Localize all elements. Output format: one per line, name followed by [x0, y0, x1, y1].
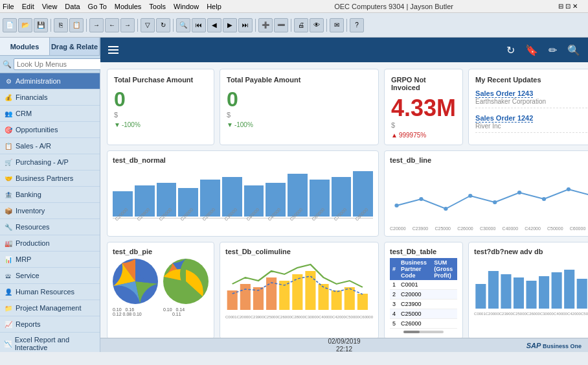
toolbar-refresh[interactable]: ↻ [156, 18, 170, 32]
pie-chart-1: 0.10 0.16 0.12 0.08 0.10 [113, 259, 158, 316]
chart-pie-title: test_db_pie [113, 248, 209, 255]
sidebar-item-excel-report[interactable]: 📉 Excel Report and Interactive [0, 333, 100, 352]
drag-relate-tab[interactable]: Drag & Relate [50, 38, 100, 55]
sidebar-item-production[interactable]: 🏭 Production [0, 235, 100, 252]
toolbar-prev[interactable]: ◀ [207, 18, 221, 32]
chart-adv-card: test?db?new adv db [468, 242, 588, 338]
toolbar-arrow-right[interactable]: → [89, 18, 104, 32]
toolbar-back[interactable]: ← [105, 18, 119, 32]
sidebar-item-financials[interactable]: 💰 Financials [0, 89, 100, 106]
sidebar-item-resources[interactable]: 🔧 Resources [0, 219, 100, 235]
refresh-icon[interactable]: ↻ [506, 44, 515, 56]
col-header-num: # [390, 258, 398, 280]
toolbar-first[interactable]: ⏮ [192, 18, 206, 32]
toolbar-copy[interactable]: ⎘ [54, 18, 68, 32]
sidebar-item-inventory[interactable]: 📦 Inventory [0, 203, 100, 219]
toolbar-next[interactable]: ▶ [223, 18, 237, 32]
table-scrollbar[interactable] [390, 331, 457, 333]
toolbar-forward[interactable]: → [120, 18, 135, 32]
toolbar-last[interactable]: ⏭ [238, 18, 253, 32]
svg-rect-30 [577, 279, 587, 309]
sidebar-items-list: ⚙ Administration 💰 Financials 👥 CRM 🎯 Op… [0, 73, 100, 352]
sidebar-item-human-resources[interactable]: 👤 Human Resources [0, 284, 100, 300]
toolbar-help[interactable]: ? [350, 18, 364, 32]
svg-rect-18 [319, 284, 329, 310]
table-row: 5C26000 [390, 319, 457, 329]
hamburger-icon[interactable] [108, 46, 119, 54]
menu-help[interactable]: Help [207, 3, 221, 10]
toolbar-add[interactable]: ➕ [258, 18, 273, 32]
chart-colimuline-card: test_Db_colimuline [220, 242, 379, 338]
toolbar: 📄 📂 💾 ⎘ 📋 → ← → ▽ ↻ 🔍 ⏮ ◀ ▶ ⏭ ➕ ➖ 🖨 👁 ✉ … [0, 13, 588, 38]
sidebar-item-project-management[interactable]: 📁 Project Management [0, 300, 100, 316]
reports-icon: 📈 [4, 320, 13, 329]
toolbar-remove[interactable]: ➖ [274, 18, 288, 32]
chart-table-card: test_Db_table # Business Partner Code SU… [384, 242, 463, 338]
menu-goto[interactable]: Go To [88, 3, 107, 10]
purchasing-icon: 🛒 [4, 158, 13, 167]
sidebar-item-crm[interactable]: 👥 CRM [0, 106, 100, 122]
banking-icon: 🏦 [4, 190, 13, 199]
adv-bar-svg [474, 258, 588, 310]
menu-view[interactable]: View [42, 3, 58, 10]
toolbar-print[interactable]: 🖨 [294, 18, 308, 32]
kpi-grpo-value: 4.33M [391, 97, 456, 120]
chart-colimuline-title: test_Db_colimuline [225, 248, 373, 255]
search-input[interactable] [14, 58, 109, 70]
toolbar-filter[interactable]: ▽ [141, 18, 155, 32]
sidebar-item-mrp[interactable]: 📊 MRP [0, 252, 100, 268]
trend-down-icon: ▼ [114, 121, 120, 128]
sidebar-item-banking[interactable]: 🏦 Banking [0, 187, 100, 203]
sidebar-item-sales-ar[interactable]: 📋 Sales - A/R [0, 138, 100, 154]
toolbar-new[interactable]: 📄 [3, 18, 17, 32]
kpi-grpo-change: ▲ 999975% [391, 132, 456, 139]
menu-window[interactable]: Window [174, 3, 199, 10]
edit-icon[interactable]: ✏ [548, 44, 557, 56]
sidebar-item-administration[interactable]: ⚙ Administration [0, 73, 100, 89]
toolbar-save[interactable]: 💾 [34, 18, 48, 32]
content-area: ↻ 🔖 ✏ 🔍 Total Purchase Amount 0 $ ▼ -100… [100, 38, 588, 352]
menu-file[interactable]: File [3, 3, 14, 10]
menu-edit[interactable]: Edit [22, 3, 34, 10]
kpi-purchase-value: 0 [114, 89, 207, 110]
sidebar-item-service[interactable]: 🛎 Service [0, 268, 100, 284]
menu-data[interactable]: Data [65, 3, 80, 10]
recent-item-1: Sales Order 1243 Earthshaker Corporation [475, 89, 588, 108]
toolbar-open[interactable]: 📂 [18, 18, 32, 32]
svg-rect-21 [357, 294, 368, 310]
window-controls[interactable]: ⊟ ⊡ ✕ [558, 3, 578, 10]
menu-tools[interactable]: Tools [149, 3, 166, 10]
svg-point-1 [419, 197, 423, 201]
bookmark-icon[interactable]: 🔖 [525, 44, 538, 56]
toolbar-paste[interactable]: 📋 [69, 18, 84, 32]
sidebar-item-reports[interactable]: 📈 Reports [0, 316, 100, 333]
toolbar-find[interactable]: 🔍 [176, 18, 190, 32]
sidebar-item-purchasing-ap[interactable]: 🛒 Purchasing - A/P [0, 154, 100, 171]
sales-order-1243-link[interactable]: Sales Order 1243 [475, 89, 533, 98]
recent-updates-card: My Recent Updates Sales Order 1243 Earth… [468, 69, 588, 145]
search-icon[interactable]: 🔍 [567, 44, 580, 56]
hr-icon: 👤 [4, 287, 13, 296]
sidebar-item-opportunities[interactable]: 🎯 Opportunities [0, 122, 100, 138]
svg-rect-29 [564, 270, 574, 309]
toolbar-email[interactable]: ✉ [330, 18, 344, 32]
administration-icon: ⚙ [4, 77, 13, 86]
sidebar-item-business-partners[interactable]: 🤝 Business Partners [0, 171, 100, 187]
col-header-bp: Business Partner Code [398, 258, 431, 280]
modules-tab[interactable]: Modules [0, 38, 50, 55]
table-row: 1C0001 [390, 280, 457, 290]
financials-icon: 💰 [4, 93, 13, 102]
data-table: # Business Partner Code SUM (Gross Profi… [390, 258, 457, 329]
pie-chart-2: 0.10 0.14 0.11 [163, 259, 209, 316]
dashboard: Total Purchase Amount 0 $ ▼ -100% Total … [100, 62, 588, 338]
kpi-payable-change: ▼ -100% [227, 121, 372, 128]
sales-order-1242-link[interactable]: Sales Order 1242 [475, 114, 533, 123]
toolbar-preview[interactable]: 👁 [310, 18, 324, 32]
adv-chart-labels: C0001C20000C23900C25000C26000 C30000C400… [474, 312, 588, 316]
chart-normal-card: test_db_normal C20000C23900C25000C26000C… [107, 150, 379, 237]
svg-rect-22 [475, 284, 486, 309]
menu-modules[interactable]: Modules [115, 3, 142, 10]
svg-point-7 [567, 187, 571, 191]
mrp-icon: 📊 [4, 255, 13, 264]
line-chart-svg [390, 167, 588, 225]
